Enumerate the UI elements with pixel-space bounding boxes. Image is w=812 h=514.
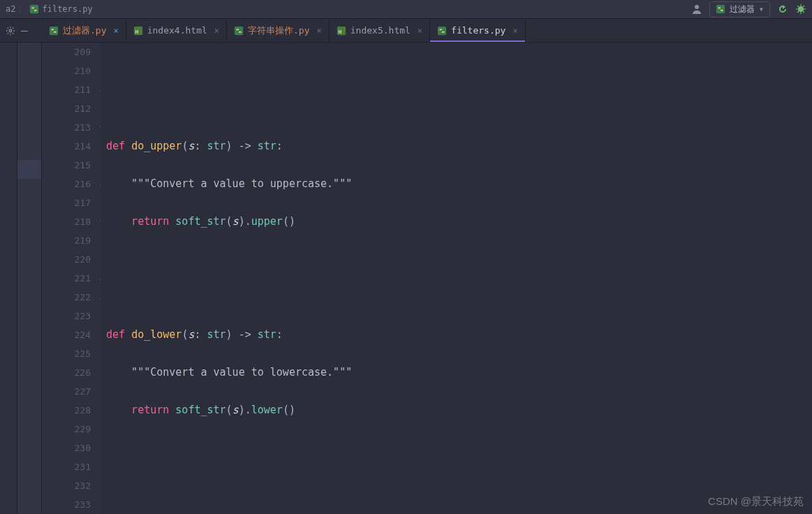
close-icon[interactable]: × (317, 26, 322, 36)
line-number: 209 (42, 43, 91, 61)
line-number: 215 (42, 156, 91, 175)
line-number: 232 (42, 476, 91, 495)
close-icon[interactable]: × (214, 26, 219, 36)
breadcrumb: a2 〉 filters.py (6, 3, 93, 15)
tab-label: 过滤器.py (63, 24, 106, 37)
line-number: 227 (42, 382, 91, 401)
line-number: 214 (42, 137, 91, 156)
line-number: 211 (42, 80, 91, 99)
line-number: 222 (42, 288, 91, 307)
chevron-down-icon: ▾ (759, 4, 764, 14)
python-icon (716, 4, 725, 14)
run-config-label: 过滤器 (730, 3, 755, 15)
line-gutter: 209 210 211 212 213 214 215 216 217 218 … (42, 43, 101, 514)
svg-point-4 (9, 29, 12, 32)
line-number: 225 (42, 344, 91, 363)
tab-file-3[interactable]: H index5.html × (330, 19, 430, 42)
python-file-icon (437, 26, 447, 36)
toolbar-left: — (0, 24, 42, 37)
close-icon[interactable]: × (113, 26, 118, 36)
breadcrumb-sep: 〉 (18, 3, 27, 15)
line-number: 212 (42, 99, 91, 118)
svg-rect-8 (235, 26, 243, 34)
python-file-icon (234, 26, 244, 36)
line-number: 229 (42, 420, 91, 439)
editor-area: 209 210 211 212 213 214 215 216 217 218 … (0, 43, 812, 514)
svg-rect-5 (50, 26, 58, 34)
svg-point-1 (695, 5, 699, 9)
line-number: 228 (42, 401, 91, 420)
svg-point-3 (798, 6, 804, 12)
tab-file-0[interactable]: 过滤器.py × (42, 19, 126, 42)
watermark: CSDN @景天科技苑 (708, 495, 804, 508)
line-number: 230 (42, 439, 91, 457)
tab-file-2[interactable]: 字符串操作.py × (227, 19, 330, 42)
line-number: 213 (42, 118, 91, 137)
html-file-icon: H (133, 26, 143, 36)
top-bar: a2 〉 filters.py 过滤器 ▾ (0, 0, 812, 19)
tab-label: index4.html (147, 25, 207, 36)
svg-text:H: H (338, 29, 341, 34)
run-config-selector[interactable]: 过滤器 ▾ (709, 1, 770, 17)
breadcrumb-parent[interactable]: a2 (6, 4, 15, 14)
project-selection (17, 160, 41, 179)
collapse-icon[interactable]: — (21, 24, 28, 37)
tab-label: filters.py (451, 25, 505, 36)
svg-rect-0 (30, 5, 38, 13)
line-number: 210 (42, 61, 91, 80)
user-icon[interactable] (691, 3, 702, 15)
line-number: 226 (42, 363, 91, 382)
debug-icon[interactable] (795, 3, 806, 15)
line-number: 220 (42, 250, 91, 269)
line-number: 233 (42, 495, 91, 514)
settings-icon[interactable] (6, 26, 15, 36)
python-file-icon (49, 26, 59, 36)
rerun-icon[interactable] (777, 3, 788, 15)
svg-rect-2 (716, 5, 725, 13)
close-icon[interactable]: × (418, 26, 422, 36)
close-icon[interactable]: × (512, 26, 517, 36)
line-number: 231 (42, 457, 91, 476)
tab-bar: — 过滤器.py × H index4.html × 字符串操作.py × H … (0, 19, 812, 43)
tab-label: index5.html (350, 25, 411, 36)
tab-file-1[interactable]: H index4.html × (126, 19, 227, 42)
tab-file-4[interactable]: filters.py × (430, 19, 526, 42)
svg-text:H: H (135, 29, 138, 34)
breadcrumb-file[interactable]: filters.py (42, 4, 92, 14)
line-number: 217 (42, 193, 91, 212)
python-file-icon (29, 4, 39, 14)
line-number: 218 (42, 212, 91, 231)
top-right-controls: 过滤器 ▾ (691, 1, 806, 17)
line-number: 224 (42, 325, 91, 344)
svg-rect-11 (438, 26, 446, 34)
tabs: 过滤器.py × H index4.html × 字符串操作.py × H in… (42, 19, 526, 42)
tool-window-bar[interactable] (0, 43, 17, 514)
line-number: 223 (42, 307, 91, 325)
html-file-icon: H (337, 26, 346, 36)
code-editor[interactable]: def do_upper(s: str) -> str: """Convert … (101, 43, 812, 514)
tab-label: 字符串操作.py (248, 24, 309, 37)
project-strip[interactable] (17, 43, 42, 514)
line-number: 219 (42, 231, 91, 250)
line-number: 216 (42, 175, 91, 193)
line-number: 221 (42, 269, 91, 288)
